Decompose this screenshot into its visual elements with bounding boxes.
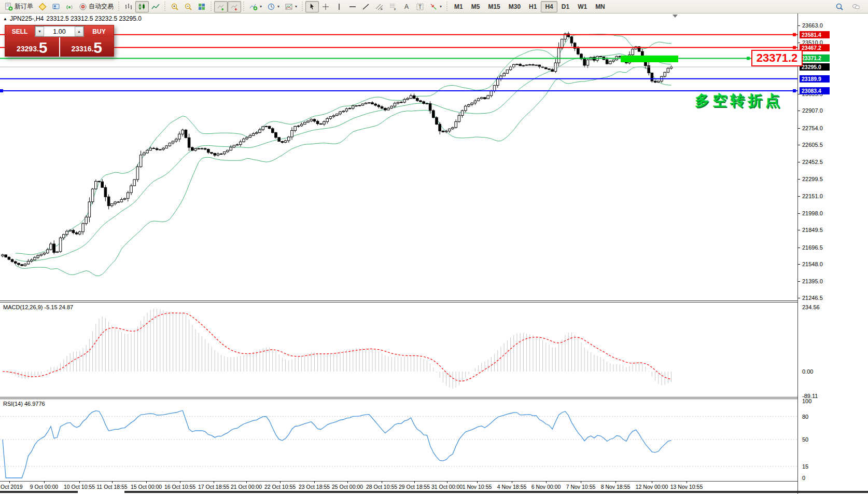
tile-windows-button[interactable] bbox=[195, 1, 208, 12]
cursor-icon bbox=[308, 3, 316, 11]
community-button[interactable] bbox=[849, 1, 863, 12]
tf-h1-button[interactable]: H1 bbox=[525, 1, 541, 12]
bars-icon bbox=[124, 3, 133, 11]
horizontal-scrollbar-thumb[interactable] bbox=[78, 491, 124, 493]
text-button[interactable]: A bbox=[400, 1, 413, 12]
market-icon bbox=[52, 3, 60, 11]
volume-input[interactable] bbox=[44, 26, 75, 36]
price-tick-label: 22452.5 bbox=[802, 159, 823, 165]
tf-m15-button-label: M15 bbox=[488, 3, 500, 10]
line-icon bbox=[151, 3, 160, 11]
time-tick bbox=[652, 481, 652, 483]
volume-increase-button[interactable]: ▲ bbox=[75, 26, 83, 36]
price-tick-label: 23663.0 bbox=[802, 22, 823, 29]
toolbar-separator bbox=[242, 2, 246, 12]
tf-m30-button[interactable]: M30 bbox=[505, 1, 525, 12]
shift-icon bbox=[230, 3, 239, 11]
dropdown-arrow-icon[interactable]: ▾ bbox=[295, 4, 297, 9]
pane-divider[interactable] bbox=[0, 300, 797, 301]
time-tick bbox=[246, 481, 247, 483]
rsi-axis-label: 50 bbox=[802, 436, 808, 443]
fibonacci-button[interactable]: F bbox=[386, 1, 400, 12]
trendline-button[interactable] bbox=[359, 1, 373, 12]
line-chart-button[interactable] bbox=[149, 1, 162, 12]
new-order-button[interactable]: 新订单 bbox=[2, 1, 36, 12]
vertical-line-button[interactable] bbox=[332, 1, 346, 12]
volume-decrease-button[interactable]: ▼ bbox=[35, 26, 44, 36]
turning-point-note[interactable]: 多空转折点 bbox=[695, 91, 783, 111]
indicators-button[interactable]: ▾ bbox=[247, 1, 264, 12]
time-tick bbox=[615, 481, 616, 483]
templates-button[interactable]: ▾ bbox=[282, 1, 300, 12]
periods-button[interactable]: ▾ bbox=[264, 1, 282, 12]
tf-h4-button[interactable]: H4 bbox=[541, 1, 557, 12]
price-tick bbox=[798, 264, 800, 265]
sell-price-big: 5 bbox=[39, 40, 48, 56]
metaeditor-button[interactable] bbox=[36, 1, 49, 12]
tf-h4-button-label: H4 bbox=[545, 3, 553, 10]
dropdown-arrow-icon[interactable]: ▾ bbox=[277, 4, 279, 9]
rsi-indicator-label: RSI(14) 46.9776 bbox=[3, 401, 45, 407]
tf-m5-button-label: M5 bbox=[471, 3, 480, 10]
price-tick bbox=[798, 111, 800, 111]
buy-button[interactable]: BUY bbox=[85, 25, 114, 37]
price-tick-label: 22151.0 bbox=[802, 193, 823, 199]
price-badge: 23467.2 bbox=[800, 44, 830, 51]
sell-button[interactable]: SELL bbox=[5, 25, 34, 37]
autoscroll-button[interactable] bbox=[214, 1, 228, 12]
sell-price[interactable]: 23293 . 5 bbox=[5, 37, 59, 57]
svg-text:F: F bbox=[394, 8, 396, 11]
price-tick bbox=[798, 25, 800, 26]
hline-icon bbox=[348, 3, 357, 11]
time-tick bbox=[79, 481, 80, 483]
editor-icon bbox=[38, 3, 47, 11]
autotrade-button-label: 自动交易 bbox=[89, 2, 114, 11]
buy-price[interactable]: 23316 . 5 bbox=[59, 37, 114, 57]
candlestick-button[interactable] bbox=[135, 1, 149, 12]
toolbar-group-zoom bbox=[168, 1, 208, 13]
dropdown-arrow-icon[interactable]: ▾ bbox=[260, 4, 262, 9]
tf-m15-button[interactable]: M15 bbox=[484, 1, 504, 12]
search-button[interactable] bbox=[833, 1, 846, 12]
tf-d1-button[interactable]: D1 bbox=[557, 1, 573, 12]
tf-h1-button-label: H1 bbox=[529, 3, 537, 10]
price-tick-label: 21849.5 bbox=[802, 227, 823, 233]
signals-button[interactable] bbox=[63, 1, 76, 12]
channel-button[interactable]: E bbox=[373, 1, 386, 12]
bar-chart-button[interactable] bbox=[122, 1, 135, 12]
zoom-out-icon bbox=[184, 3, 192, 11]
cursor-button[interactable] bbox=[305, 1, 319, 12]
arrows-button[interactable]: ▾ bbox=[427, 1, 444, 12]
price-annotation-box[interactable]: 23371.2 bbox=[751, 50, 803, 66]
chart-title: ▲ JPN225-,H4 23312.5 23312.5 23232.5 232… bbox=[3, 15, 142, 22]
autotrade-button[interactable]: 自动交易 bbox=[76, 1, 116, 12]
new-order-button-label: 新订单 bbox=[15, 2, 33, 11]
market-button[interactable] bbox=[49, 1, 63, 12]
time-tick bbox=[414, 481, 415, 483]
rsi-line bbox=[3, 410, 671, 478]
tf-m5-button[interactable]: M5 bbox=[467, 1, 484, 12]
tf-mn-button[interactable]: MN bbox=[591, 1, 609, 12]
crosshair-button[interactable] bbox=[319, 1, 332, 12]
dropdown-arrow-icon[interactable]: ▾ bbox=[440, 4, 442, 9]
tf-w1-button[interactable]: W1 bbox=[573, 1, 591, 12]
chart-shift-button[interactable] bbox=[228, 1, 241, 12]
text-label-button[interactable]: T bbox=[413, 1, 427, 12]
horizontal-level-lines[interactable] bbox=[0, 33, 797, 92]
support-zone-highlight[interactable] bbox=[621, 56, 678, 62]
collapse-triangle-icon[interactable]: ▲ bbox=[3, 17, 7, 21]
autotrade-icon bbox=[79, 3, 87, 11]
horizontal-scrollbar[interactable] bbox=[0, 491, 868, 493]
rsi-levels bbox=[0, 417, 797, 466]
svg-text:T: T bbox=[418, 4, 422, 10]
tf-m1-button[interactable]: M1 bbox=[450, 1, 467, 12]
chart-shift-marker[interactable] bbox=[673, 15, 678, 18]
toolbar-group-scrolling bbox=[214, 1, 241, 13]
pane-divider[interactable] bbox=[0, 397, 797, 397]
zoom-out-button[interactable] bbox=[181, 1, 195, 12]
zoom-in-button[interactable] bbox=[168, 1, 181, 12]
time-tick bbox=[382, 481, 382, 483]
horizontal-line-button[interactable] bbox=[346, 1, 359, 12]
time-tick bbox=[447, 481, 447, 483]
time-tick-label: 13 Nov 10:55 bbox=[666, 484, 707, 490]
